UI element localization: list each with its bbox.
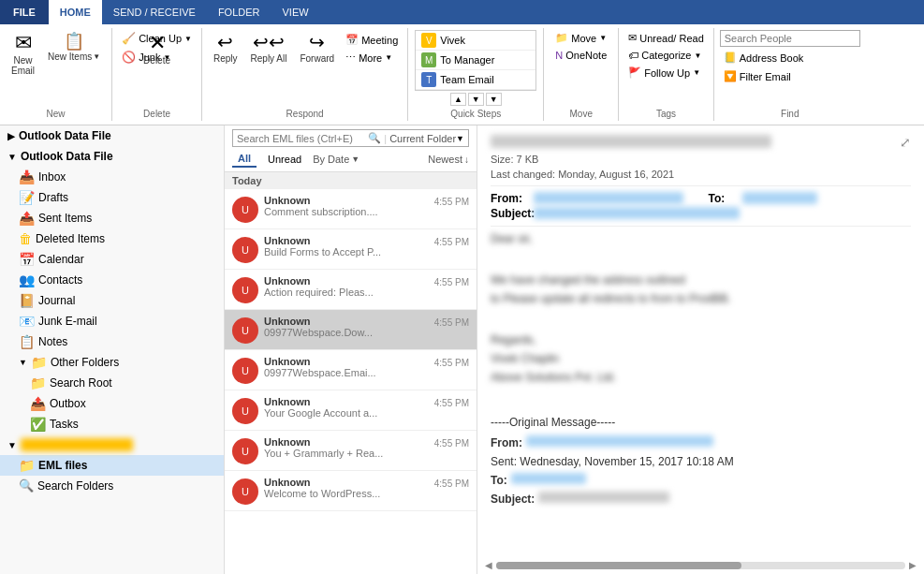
sidebar-item-sent-items[interactable]: 📤 Sent Items (0, 208, 224, 228)
forward-button[interactable]: ↪ Forward (294, 30, 340, 66)
notes-icon: 📋 (19, 334, 35, 349)
today-section-label: Today (225, 172, 477, 189)
ribbon-group-move: 📁 Move ▼ N OneNote Move (544, 28, 619, 121)
sidebar-item-deleted-items[interactable]: 🗑 Deleted Items (0, 228, 224, 249)
sidebar-blurred-section[interactable]: ▼ (0, 434, 224, 455)
reading-meta-size: Size: 7 KB (491, 154, 911, 165)
delete-group-label: Delete (112, 109, 201, 119)
email-item-2[interactable]: U Unknown Action required: Pleas... 4:55… (225, 270, 477, 310)
sidebar-expanded-section[interactable]: ▼ Outlook Data File (0, 146, 224, 167)
search-icon[interactable]: 🔍 (368, 132, 381, 144)
address-book-button[interactable]: 📒 Address Book (720, 50, 860, 66)
email-content-7: Unknown Welcome to WordPress... (264, 477, 429, 499)
onenote-button[interactable]: N OneNote (551, 48, 610, 63)
email-preview-3: 09977Webspace.Dow... (264, 327, 429, 338)
sidebar-item-tasks[interactable]: ✅ Tasks (0, 414, 224, 434)
email-search-bar[interactable]: 🔍 | Current Folder ▼ (232, 129, 469, 147)
sidebar-item-search-folders[interactable]: 🔍 Search Folders (0, 476, 224, 495)
quick-steps-up-btn[interactable]: ▲ (450, 93, 466, 106)
email-preview-7: Welcome to WordPress... (264, 488, 429, 499)
tab-file[interactable]: FILE (0, 0, 49, 24)
by-date-dropdown[interactable]: By Date ▼ (313, 154, 359, 165)
filter-all[interactable]: All (232, 151, 257, 168)
scroll-right-btn[interactable]: ▶ (909, 560, 917, 570)
journal-icon: 📔 (19, 293, 35, 308)
email-item-6[interactable]: U Unknown You + Grammarly + Rea... 4:55 … (225, 431, 477, 471)
quick-steps-group-label: Quick Steps (408, 109, 543, 119)
sidebar-collapsed-section[interactable]: ▶ Outlook Data File (0, 125, 224, 146)
email-search-input[interactable] (237, 133, 368, 144)
newest-dropdown[interactable]: Newest ↓ (428, 154, 469, 165)
reading-pane-expand-icon[interactable]: ⤢ (900, 135, 911, 150)
sidebar-item-notes[interactable]: 📋 Notes (0, 331, 224, 352)
ribbon-group-respond: ↩ Reply ↩↩ Reply All ↪ Forward 📅 Meeting (202, 28, 408, 121)
filter-email-button[interactable]: 🔽 Filter Email (720, 68, 860, 84)
email-item-7[interactable]: U Unknown Welcome to WordPress... 4:55 P… (225, 471, 477, 511)
delete-icon: ✕ (149, 33, 166, 53)
email-time-7: 4:55 PM (434, 478, 469, 489)
search-people-input[interactable] (720, 30, 860, 47)
new-buttons-row: ✉ New Email 📋 New Items ▼ (6, 30, 106, 106)
tab-send-receive[interactable]: SEND / RECEIVE (102, 0, 207, 24)
new-email-button[interactable]: ✉ New Email (6, 30, 40, 79)
filter-unread[interactable]: Unread (262, 152, 307, 167)
quick-step-manager[interactable]: M To Manager (416, 51, 535, 70)
body-company: Above Solutions Pvt. Ltd. (491, 369, 911, 386)
quick-step-team[interactable]: T Team Email (416, 70, 535, 90)
notes-label: Notes (38, 335, 67, 348)
quick-steps-down-btn[interactable]: ▼ (468, 93, 484, 106)
email-item-4[interactable]: U Unknown 09977Webspace.Emai... 4:55 PM (225, 350, 477, 390)
new-items-button[interactable]: 📋 New Items ▼ (42, 30, 106, 65)
tab-view[interactable]: VIEW (271, 0, 320, 24)
sidebar-item-inbox[interactable]: 📥 Inbox (0, 167, 224, 187)
subject-label: Subject: (491, 207, 528, 220)
reply-all-button[interactable]: ↩↩ Reply All (245, 30, 293, 66)
search-folders-label: Search Folders (37, 479, 113, 493)
sidebar-item-other-folders[interactable]: ▼ 📁 Other Folders (0, 352, 224, 373)
email-preview-1: Build Forms to Accept P... (264, 246, 429, 258)
sidebar-expanded-label: Outlook Data File (21, 150, 113, 163)
sidebar-item-calendar[interactable]: 📅 Calendar (0, 249, 224, 270)
current-folder-label[interactable]: Current Folder (389, 133, 456, 144)
sidebar-item-drafts[interactable]: 📝 Drafts (0, 187, 224, 208)
sidebar-item-contacts[interactable]: 👥 Contacts (0, 270, 224, 290)
more-label: More (359, 52, 382, 64)
h-scrollbar-track[interactable] (496, 562, 905, 569)
quick-step-manager-icon: M (421, 52, 436, 67)
email-content-4: Unknown 09977Webspace.Emai... (264, 356, 429, 378)
email-avatar-1: U (232, 237, 258, 263)
sidebar-item-junk[interactable]: 📧 Junk E-mail (0, 311, 224, 331)
quick-step-vivek-icon: V (421, 33, 436, 48)
original-message-header: -----Original Message----- (491, 414, 911, 431)
follow-up-button[interactable]: 🚩 Follow Up ▼ (624, 65, 708, 81)
unread-read-button[interactable]: ✉ Unread/ Read (624, 30, 708, 46)
reply-all-icon: ↩↩ (253, 33, 285, 52)
email-sender-2: Unknown (264, 275, 429, 287)
current-folder-dropdown-icon[interactable]: ▼ (456, 134, 464, 143)
quick-steps-expand-btn[interactable]: ▼ (486, 93, 502, 106)
tab-folder[interactable]: FOLDER (207, 0, 271, 24)
reply-button[interactable]: ↩ Reply (208, 30, 243, 66)
email-item-1[interactable]: U Unknown Build Forms to Accept P... 4:5… (225, 229, 477, 270)
filter-row: All Unread By Date ▼ Newest ↓ (232, 151, 469, 168)
more-button[interactable]: ⋯ More ▼ (342, 50, 402, 66)
categorize-button[interactable]: 🏷 Categorize ▼ (624, 48, 708, 63)
scroll-left-btn[interactable]: ◀ (485, 560, 492, 570)
collapsed-triangle-icon: ▶ (7, 131, 15, 141)
search-root-icon: 📁 (30, 375, 46, 390)
email-item-3[interactable]: U Unknown 09977Webspace.Dow... 4:55 PM (225, 310, 477, 350)
sidebar-item-eml-files[interactable]: 📁 EML files (0, 455, 224, 476)
quick-steps-box: V Vivek M To Manager T Team Email (415, 30, 536, 91)
delete-button[interactable]: ✕ Delete (138, 30, 176, 68)
quick-step-vivek[interactable]: V Vivek (416, 31, 535, 51)
tab-home[interactable]: HOME (49, 0, 102, 24)
sidebar-item-journal[interactable]: 📔 Journal (0, 290, 224, 311)
sidebar-item-outbox[interactable]: 📤 Outbox (0, 393, 224, 414)
email-item-0[interactable]: U Unknown Comment subscription.... 4:55 … (225, 189, 477, 229)
move-button[interactable]: 📁 Move ▼ (551, 30, 610, 46)
meeting-button[interactable]: 📅 Meeting (342, 32, 402, 48)
reading-body: Dear sir, We have changed the address ou… (491, 230, 911, 508)
sidebar-item-search-root[interactable]: 📁 Search Root (0, 373, 224, 393)
email-item-5[interactable]: U Unknown Your Google Account a... 4:55 … (225, 390, 477, 431)
unread-read-label: Unread/ Read (639, 33, 704, 44)
